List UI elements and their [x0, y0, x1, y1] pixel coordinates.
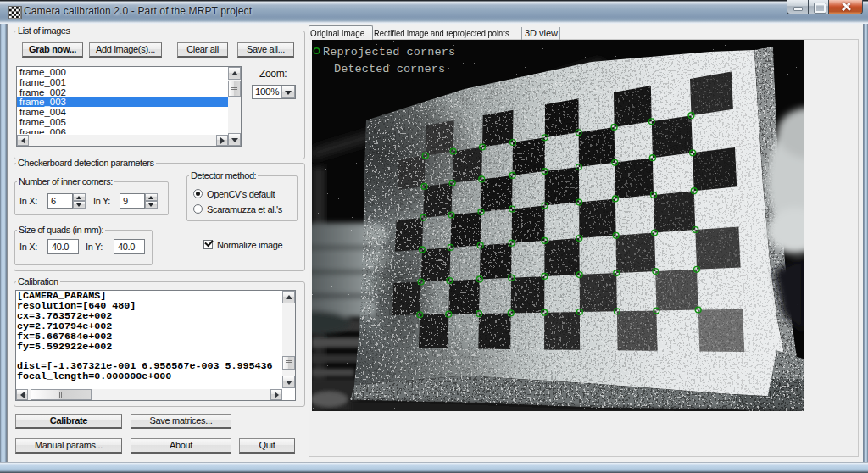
svg-text:Reprojected corners: Reprojected corners: [323, 46, 455, 58]
svg-text:Detected corners: Detected corners: [334, 63, 445, 75]
